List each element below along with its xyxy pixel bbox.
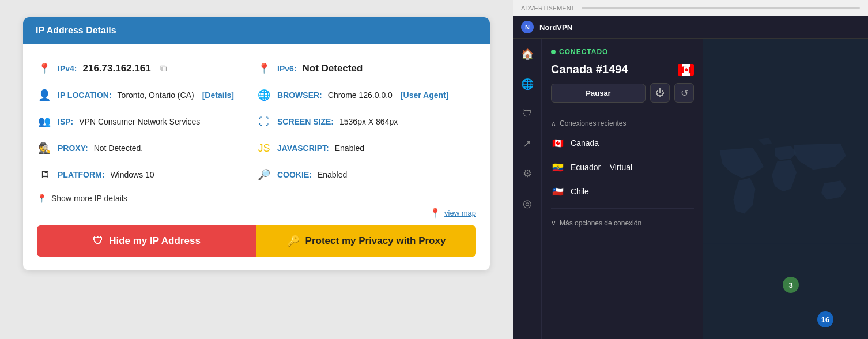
map-badge-3-value: 3 [788,281,792,289]
btn-row: 🛡 Hide my IP Address 🔑 Protect my Privac… [37,225,476,257]
chile-recent-flag: 🇨🇱 [551,186,565,197]
protect-proxy-button[interactable]: 🔑 Protect my Privacy with Proxy [256,225,476,257]
map-badge-3: 3 [783,277,799,293]
shield-icon: 🛡 [93,235,103,247]
platform-icon: 🖥 [37,167,52,182]
location-value: Toronto, Ontario (CA) [118,91,194,100]
browser-row: 🌐 BROWSER: Chrome 126.0.0.0 [User Agent] [256,82,476,108]
browser-value: Chrome 126.0.0.0 [328,91,393,100]
ipv6-row: 📍 IPv6: Not Detected [256,55,476,82]
view-map-link[interactable]: view map [444,209,476,217]
refresh-button[interactable]: ↺ [674,83,694,103]
right-panel: ADVERTISEMENT N NordVPN 🏠 🌐 🛡 ↗ ⚙ ◎ [513,0,868,339]
map-pin-icon: 📍 [429,208,441,219]
proxy-icon: 🕵 [37,141,52,156]
nvpn-controls: Pausar ⏻ ↺ [551,83,694,103]
ad-bar-line [582,7,860,9]
status-dot [551,50,556,54]
sidebar-globe-icon[interactable]: 🌐 [518,74,537,94]
cookie-value: Enabled [318,170,347,179]
location-label: IP LOCATION: [58,91,112,100]
nvpn-sidebar: 🏠 🌐 🛡 ↗ ⚙ ◎ [513,39,542,339]
screen-value: 1536px X 864px [339,117,398,126]
nvpn-content-area: 🏠 🌐 🛡 ↗ ⚙ ◎ CONECTADO [513,39,868,339]
more-options[interactable]: ∨ Más opciones de conexión [551,219,694,227]
hide-ip-label: Hide my IP Address [109,235,201,247]
more-options-label: Más opciones de conexión [560,219,641,227]
canada-recent-flag: 🇨🇦 [551,138,565,148]
ad-bar: ADVERTISEMENT [513,0,868,16]
ipv4-label: IPv4: [58,64,77,73]
location-row: 👤 IP LOCATION: Toronto, Ontario (CA) [De… [37,82,256,108]
left-panel: IP Address Details 📍 IPv4: 216.73.162.16… [0,0,513,339]
platform-row: 🖥 PLATFORM: Windows 10 [37,161,256,188]
ecuador-recent-flag: 🇪🇨 [551,162,565,172]
map-badge-16-value: 16 [821,315,829,324]
javascript-row: JS JAVASCRIPT: Enabled [256,135,476,161]
nordvpn-logo: N [521,21,534,33]
world-map-svg [703,39,868,339]
ip-card-title: IP Address Details [36,25,116,35]
isp-label: ISP: [58,117,73,126]
javascript-icon: JS [256,141,271,156]
server-name: Canada #1494 [551,63,628,76]
recent-connections-label: Conexiones recientes [560,119,626,127]
screen-label: SCREEN SIZE: [277,117,334,126]
location-icon: 👤 [37,88,52,103]
nordvpn-title: NordVPN [539,23,572,32]
browser-label: BROWSER: [277,91,322,100]
canada-flag: 🇨🇦 [678,64,694,76]
nordvpn-app: N NordVPN 🏠 🌐 🛡 ↗ ⚙ ◎ [513,16,868,339]
nvpn-titlebar: N NordVPN [513,16,868,39]
ipv6-value: Not Detected [302,63,363,74]
screen-icon: ⛶ [256,114,271,129]
recent-ecuador[interactable]: 🇪🇨 Ecuador – Virtual [551,159,694,176]
ip-card: IP Address Details 📍 IPv4: 216.73.162.16… [23,17,490,270]
hide-ip-button[interactable]: 🛡 Hide my IP Address [37,225,256,257]
map-badge-16: 16 [817,311,833,327]
ecuador-label: Ecuador – Virtual [571,163,632,172]
ipv6-label: IPv6: [277,64,296,73]
status-label: CONECTADO [559,48,608,56]
power-button[interactable]: ⏻ [650,83,670,103]
nvpn-main: CONECTADO Canada #1494 🇨🇦 Pausar ⏻ ↺ [542,39,868,339]
recent-connections-header[interactable]: ∧ Conexiones recientes [551,119,694,127]
user-agent-link[interactable]: [User Agent] [401,91,449,100]
nvpn-panel: CONECTADO Canada #1494 🇨🇦 Pausar ⏻ ↺ [542,39,703,339]
chevron-down-icon: ∨ [551,219,556,227]
divider-2 [551,208,694,209]
nvpn-wrapper: N NordVPN 🏠 🌐 🛡 ↗ ⚙ ◎ [513,16,868,339]
sidebar-share-icon[interactable]: ↗ [519,134,535,153]
sidebar-network-icon[interactable]: ⚙ [519,164,535,183]
proxy-value: Not Detected. [94,144,144,153]
screen-row: ⛶ SCREEN SIZE: 1536px X 864px [256,108,476,135]
location-details-link[interactable]: [Details] [202,91,234,100]
pause-button[interactable]: Pausar [551,84,646,103]
advertisement-label: ADVERTISEMENT [521,5,575,12]
show-more-row: 📍 Show more IP details [37,188,256,205]
javascript-value: Enabled [335,144,364,153]
sidebar-home-icon[interactable]: 🏠 [518,44,537,64]
sidebar-target-icon[interactable]: ◎ [519,194,535,213]
platform-value: Windows 10 [110,170,154,179]
cookie-label: COOKIE: [277,170,312,179]
proxy-btn-icon: 🔑 [287,235,300,247]
view-map-row: 📍 view map [37,205,476,225]
chevron-up-icon: ∧ [551,119,556,127]
isp-icon: 👥 [37,114,52,129]
javascript-label: JAVASCRIPT: [277,144,329,153]
copy-icon[interactable]: ⧉ [160,63,167,74]
cookie-icon: 🔎 [256,167,271,182]
recent-chile[interactable]: 🇨🇱 Chile [551,183,694,200]
recent-canada[interactable]: 🇨🇦 Canada [551,134,694,152]
show-more-link[interactable]: Show more IP details [51,194,127,203]
canada-label: Canada [571,138,599,148]
sidebar-shield-icon[interactable]: 🛡 [519,104,536,123]
nvpn-server-row: Canada #1494 🇨🇦 [551,63,694,76]
ip-grid: 📍 IPv4: 216.73.162.161 ⧉ 📍 IPv6: Not Det… [37,55,476,205]
platform-label: PLATFORM: [58,170,104,179]
proxy-label: PROXY: [58,144,88,153]
ipv6-icon: 📍 [256,61,271,76]
ipv4-icon: 📍 [37,61,52,76]
proxy-row: 🕵 PROXY: Not Detected. [37,135,256,161]
